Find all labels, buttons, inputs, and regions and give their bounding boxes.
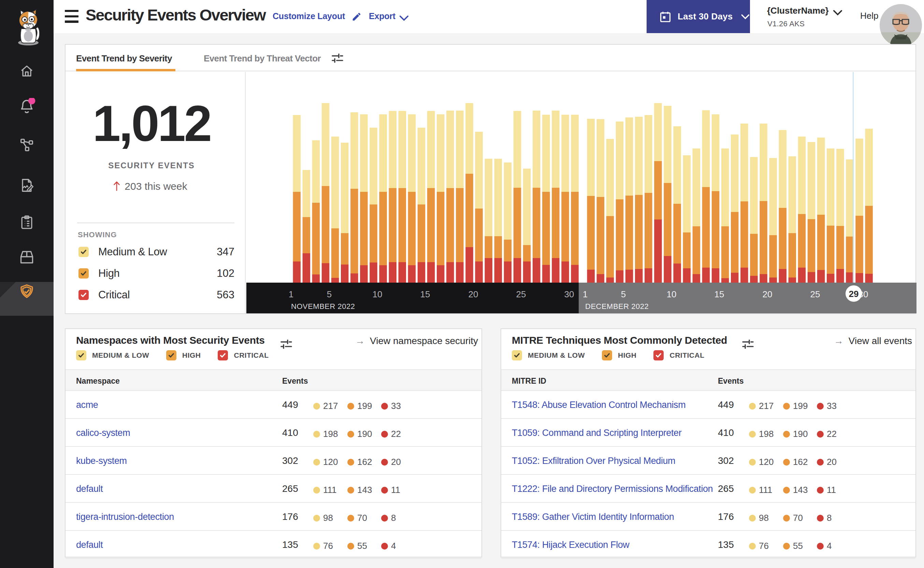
svg-text:20: 20 [763, 289, 772, 299]
svg-text:30: 30 [564, 289, 574, 299]
svg-text:1: 1 [289, 289, 294, 299]
svg-text:10: 10 [372, 289, 383, 299]
svg-text:5: 5 [621, 289, 626, 299]
svg-text:20: 20 [469, 289, 478, 299]
svg-text:25: 25 [810, 289, 820, 299]
svg-text:29: 29 [849, 289, 859, 299]
svg-text:5: 5 [327, 289, 332, 299]
svg-text:25: 25 [516, 289, 526, 299]
svg-text:10: 10 [667, 289, 677, 299]
svg-text:DECEMBER 2022: DECEMBER 2022 [585, 302, 649, 311]
svg-text:15: 15 [421, 289, 430, 299]
svg-text:1: 1 [583, 289, 588, 299]
svg-text:15: 15 [714, 289, 724, 299]
svg-text:NOVEMBER 2022: NOVEMBER 2022 [291, 302, 355, 311]
